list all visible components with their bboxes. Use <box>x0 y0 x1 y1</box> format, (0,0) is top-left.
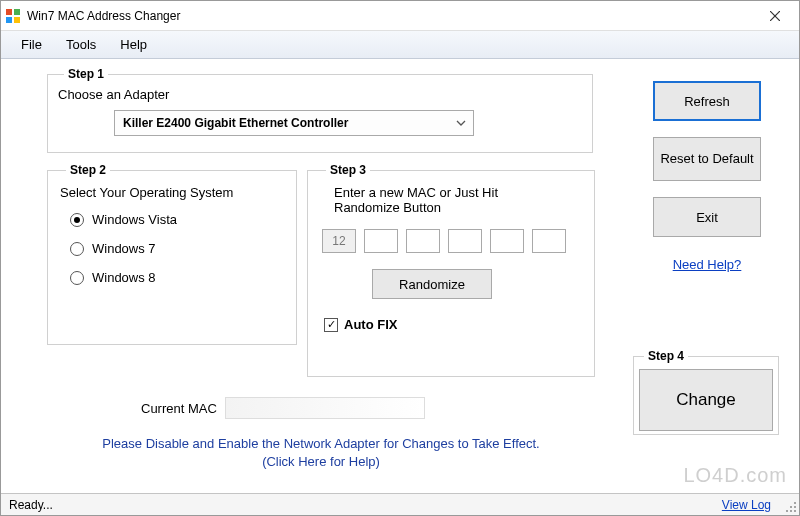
reset-button[interactable]: Reset to Default <box>653 137 761 181</box>
radio-win7[interactable]: Windows 7 <box>70 241 284 256</box>
mac-octet-1[interactable]: 12 <box>322 229 356 253</box>
current-mac-value <box>225 397 425 419</box>
mac-octet-3[interactable] <box>406 229 440 253</box>
window-title: Win7 MAC Address Changer <box>27 9 180 23</box>
titlebar: Win7 MAC Address Changer <box>1 1 799 31</box>
step3-group: Step 3 Enter a new MAC or Just Hit Rando… <box>307 163 595 377</box>
radio-vista-label: Windows Vista <box>92 212 177 227</box>
step1-legend: Step 1 <box>64 67 108 81</box>
close-button[interactable] <box>755 2 795 30</box>
adapter-select[interactable]: Killer E2400 Gigabit Ethernet Controller <box>114 110 474 136</box>
svg-rect-0 <box>6 9 12 15</box>
step4-legend: Step 4 <box>644 349 688 363</box>
mac-octet-2[interactable] <box>364 229 398 253</box>
radio-win7-label: Windows 7 <box>92 241 156 256</box>
step1-group: Step 1 Choose an Adapter Killer E2400 Gi… <box>47 67 593 153</box>
hint-line1: Please Disable and Enable the Network Ad… <box>41 435 601 453</box>
step3-legend: Step 3 <box>326 163 370 177</box>
radio-win8-label: Windows 8 <box>92 270 156 285</box>
exit-button[interactable]: Exit <box>653 197 761 237</box>
statusbar: Ready... View Log <box>1 493 799 515</box>
hint-line2: (Click Here for Help) <box>41 453 601 471</box>
watermark: LO4D.com <box>683 464 787 487</box>
mac-octet-5[interactable] <box>490 229 524 253</box>
menubar: File Tools Help <box>1 31 799 59</box>
step4-group: Step 4 Change <box>633 349 779 435</box>
refresh-button[interactable]: Refresh <box>653 81 761 121</box>
step3-label: Enter a new MAC or Just Hit Randomize Bu… <box>334 185 564 215</box>
need-help-link[interactable]: Need Help? <box>653 257 761 272</box>
svg-point-8 <box>794 506 796 508</box>
step1-label: Choose an Adapter <box>58 87 582 102</box>
step2-label: Select Your Operating System <box>60 185 284 200</box>
menu-file[interactable]: File <box>9 33 54 56</box>
radio-vista[interactable]: Windows Vista <box>70 212 284 227</box>
hint-text[interactable]: Please Disable and Enable the Network Ad… <box>41 435 601 471</box>
adapter-selected-value: Killer E2400 Gigabit Ethernet Controller <box>123 116 348 130</box>
svg-point-6 <box>794 502 796 504</box>
radio-win8[interactable]: Windows 8 <box>70 270 284 285</box>
svg-rect-2 <box>6 17 12 23</box>
resize-grip-icon[interactable] <box>783 499 797 513</box>
svg-rect-3 <box>14 17 20 23</box>
side-buttons: Refresh Reset to Default Exit Need Help? <box>653 81 761 272</box>
client-area: Step 1 Choose an Adapter Killer E2400 Gi… <box>1 59 799 515</box>
current-mac-label: Current MAC <box>141 401 217 416</box>
chevron-down-icon <box>455 117 467 129</box>
checkbox-icon: ✓ <box>324 318 338 332</box>
autofix-checkbox[interactable]: ✓ Auto FIX <box>324 317 582 332</box>
app-window: Win7 MAC Address Changer File Tools Help… <box>0 0 800 516</box>
mac-octet-4[interactable] <box>448 229 482 253</box>
svg-point-10 <box>790 510 792 512</box>
step2-legend: Step 2 <box>66 163 110 177</box>
randomize-button[interactable]: Randomize <box>372 269 492 299</box>
menu-tools[interactable]: Tools <box>54 33 108 56</box>
step2-group: Step 2 Select Your Operating System Wind… <box>47 163 297 345</box>
mac-octet-6[interactable] <box>532 229 566 253</box>
radio-icon <box>70 271 84 285</box>
svg-rect-1 <box>14 9 20 15</box>
radio-icon <box>70 242 84 256</box>
svg-point-9 <box>786 510 788 512</box>
current-mac-row: Current MAC <box>141 397 425 419</box>
app-icon <box>5 8 21 24</box>
menu-help[interactable]: Help <box>108 33 159 56</box>
svg-point-11 <box>794 510 796 512</box>
status-text: Ready... <box>9 498 53 512</box>
autofix-label: Auto FIX <box>344 317 397 332</box>
view-log-link[interactable]: View Log <box>722 498 771 512</box>
svg-point-7 <box>790 506 792 508</box>
change-button[interactable]: Change <box>639 369 773 431</box>
radio-icon <box>70 213 84 227</box>
